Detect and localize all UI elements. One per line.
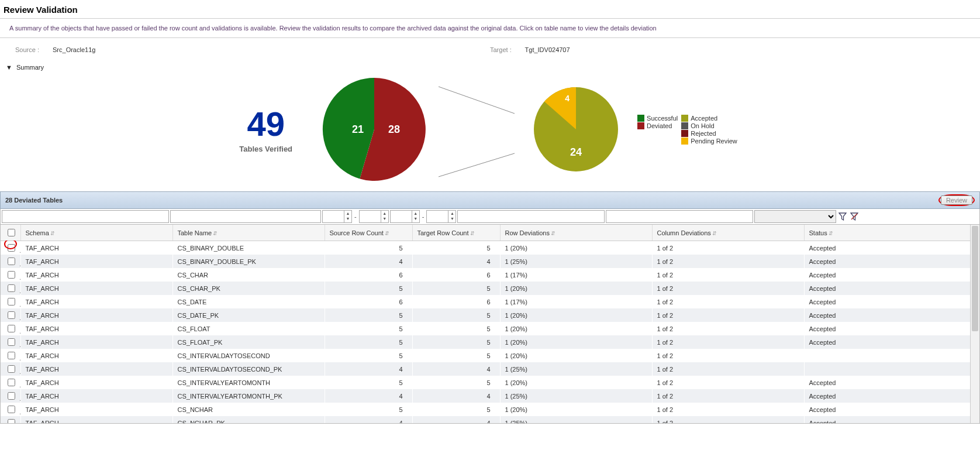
col-src-header[interactable]: Source Row Count⇵ [325,225,412,241]
row-checkbox[interactable] [8,258,15,265]
cell-tablename[interactable]: CS_FLOAT_PK [172,335,325,349]
legend-swatch [681,138,688,145]
cell-tablename[interactable]: CS_INTERVALDAYTOSECOND_PK [172,362,325,376]
row-checkbox[interactable] [8,379,15,386]
pie-detail-label-pending: 4 [565,94,570,103]
spin-up-icon[interactable]: ▲ [448,211,456,216]
col-tgt-header[interactable]: Target Row Count⇵ [412,225,500,241]
table-row[interactable]: TAF_ARCHCS_CHAR661 (17%)1 of 2Accepted [1,268,979,282]
summary-label: Summary [16,64,44,71]
table-row[interactable]: TAF_ARCHCS_INTERVALYEARTOMONTH_PK441 (25… [1,389,979,403]
col-coldev-header[interactable]: Column Deviations⇵ [652,225,804,241]
cell-schema: TAF_ARCH [20,403,172,416]
filter-apply-icon[interactable] [837,210,848,223]
cell-tablename[interactable]: CS_NCHAR [172,403,325,416]
row-checkbox[interactable] [8,352,15,359]
table-row[interactable]: TAF_ARCHCS_BINARY_DOUBLE551 (20%)1 of 2A… [1,241,979,255]
table-row[interactable]: TAF_ARCHCS_NCHAR_PK441 (25%)1 of 2Accept… [1,416,979,424]
filter-coldev-input[interactable] [606,210,753,223]
spin-up-icon[interactable]: ▲ [344,211,351,216]
cell-tablename[interactable]: CS_CHAR_PK [172,282,325,295]
source-value: Src_Oracle11g [53,46,95,53]
legend-label: On Hold [691,122,714,129]
svg-line-0 [439,87,515,114]
table-row[interactable]: TAF_ARCHCS_FLOAT_PK551 (20%)1 of 2Accept… [1,335,979,349]
col-tablename-header[interactable]: Table Name⇵ [172,225,325,241]
review-button[interactable]: Review [941,195,972,205]
table-row[interactable]: TAF_ARCHCS_NCHAR551 (20%)1 of 2Accepted [1,403,979,416]
cell-tablename[interactable]: CS_FLOAT [172,322,325,335]
cell-tablename[interactable]: CS_BINARY_DOUBLE_PK [172,255,325,268]
filter-clear-icon[interactable] [849,210,860,223]
row-checkbox[interactable] [8,419,15,424]
cell-tablename[interactable]: CS_INTERVALYEARTOMONTH [172,376,325,389]
filter-status-select[interactable] [754,210,836,223]
table-row[interactable]: TAF_ARCHCS_DATE_PK551 (20%)1 of 2Accepte… [1,308,979,322]
spin-down-icon[interactable]: ▼ [448,216,456,221]
select-all-checkbox[interactable] [8,229,15,236]
table-row[interactable]: TAF_ARCHCS_BINARY_DOUBLE_PK441 (25%)1 of… [1,255,979,268]
vertical-scrollbar[interactable] [970,225,979,423]
cell-coldev: 1 of 2 [652,268,804,282]
table-row[interactable]: TAF_ARCHCS_DATE661 (17%)1 of 2Accepted [1,295,979,308]
summary-toggle[interactable]: ▼ Summary [0,61,980,77]
cell-coldev: 1 of 2 [652,362,804,376]
filter-tgt-min[interactable]: ▲▼ [390,210,420,223]
row-checkbox[interactable] [8,325,15,332]
spin-down-icon[interactable]: ▼ [412,216,419,221]
scrollbar-thumb[interactable] [972,226,978,331]
legend-label: Successful [647,115,678,122]
cell-rowdev: 1 (20%) [500,308,652,322]
cell-tablename[interactable]: CS_DATE_PK [172,308,325,322]
cell-tablename[interactable]: CS_DATE [172,295,325,308]
cell-tablename[interactable]: CS_BINARY_DOUBLE [172,241,325,255]
table-row[interactable]: TAF_ARCHCS_INTERVALYEARTOMONTH551 (20%)1… [1,376,979,389]
row-checkbox[interactable] [8,244,15,252]
filter-rowdev-input[interactable] [457,210,605,223]
cell-tablename[interactable]: CS_INTERVALDAYTOSECOND [172,349,325,362]
tables-verified-block: 49 Tables Verified [239,107,292,153]
filter-schema-input[interactable] [2,210,169,223]
filter-tgt-max[interactable]: ▲▼ [426,210,456,223]
row-checkbox[interactable] [8,284,15,292]
cell-tgt: 5 [412,335,500,349]
table-row[interactable]: TAF_ARCHCS_CHAR_PK551 (20%)1 of 2Accepte… [1,282,979,295]
row-checkbox[interactable] [8,365,15,373]
pie-detail-label-accepted: 24 [570,146,582,159]
spin-down-icon[interactable]: ▼ [344,216,351,221]
cell-rowdev: 1 (20%) [500,322,652,335]
legend-item: Rejected [681,130,737,137]
spin-up-icon[interactable]: ▲ [412,211,419,216]
cell-tablename[interactable]: CS_NCHAR_PK [172,416,325,424]
cell-status [804,349,979,362]
summary-area: 49 Tables Verified 21 28 24 4 Suc [0,77,980,191]
deviated-header-bar: 28 Deviated Tables Review [0,191,980,209]
col-status-header[interactable]: Status⇵ [804,225,979,241]
table-row[interactable]: TAF_ARCHCS_FLOAT551 (20%)1 of 2Accepted [1,322,979,335]
cell-tablename[interactable]: CS_CHAR [172,268,325,282]
row-checkbox[interactable] [8,406,15,413]
table-row[interactable]: TAF_ARCHCS_INTERVALDAYTOSECOND551 (20%)1… [1,349,979,362]
cell-schema: TAF_ARCH [20,335,172,349]
cell-rowdev: 1 (20%) [500,376,652,389]
table-row[interactable]: TAF_ARCHCS_INTERVALDAYTOSECOND_PK441 (25… [1,362,979,376]
col-rowdev-header[interactable]: Row Deviations⇵ [500,225,652,241]
row-checkbox[interactable] [8,338,15,346]
col-schema-header[interactable]: Schema⇵ [20,225,172,241]
cell-src: 4 [325,416,412,424]
filter-src-max[interactable]: ▲▼ [359,210,389,223]
spin-up-icon[interactable]: ▲ [381,211,388,216]
cell-schema: TAF_ARCH [20,376,172,389]
cell-coldev: 1 of 2 [652,295,804,308]
row-checkbox[interactable] [8,311,15,319]
row-checkbox[interactable] [8,298,15,305]
filter-tablename-input[interactable] [170,210,321,223]
row-checkbox[interactable] [8,392,15,400]
cell-tgt: 5 [412,349,500,362]
row-checkbox[interactable] [8,271,15,279]
cell-tgt: 5 [412,282,500,295]
spin-down-icon[interactable]: ▼ [381,216,388,221]
cell-tablename[interactable]: CS_INTERVALYEARTOMONTH_PK [172,389,325,403]
cell-coldev: 1 of 2 [652,335,804,349]
filter-src-min[interactable]: ▲▼ [322,210,352,223]
